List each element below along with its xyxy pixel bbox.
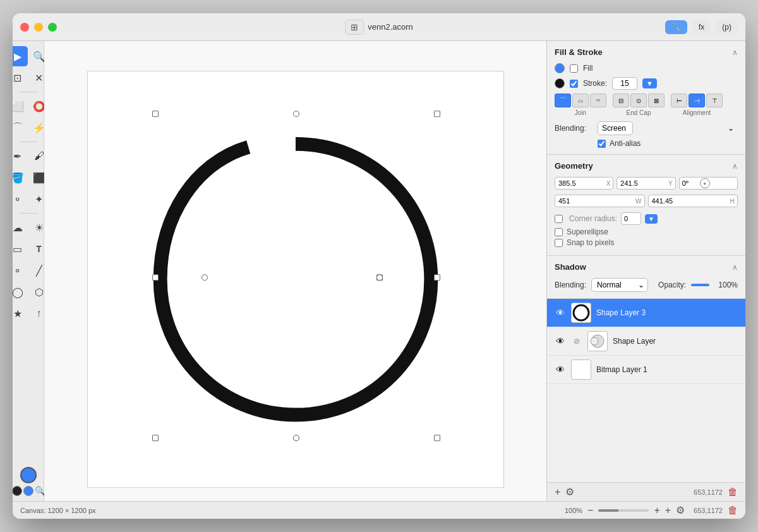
select-tool[interactable]: ▶ xyxy=(13,46,28,66)
p-button[interactable]: (p) xyxy=(716,20,738,34)
zoom-slider[interactable] xyxy=(598,509,649,512)
layer-1-eye-icon[interactable]: 👁 xyxy=(555,365,566,375)
bezier-handle-left[interactable] xyxy=(202,274,208,281)
x-input[interactable] xyxy=(555,178,604,189)
rotation-input-group: ● xyxy=(679,177,738,190)
layer-2-mask-icon[interactable]: ⊘ xyxy=(571,337,582,346)
anti-alias-checkbox[interactable] xyxy=(598,140,606,148)
layer-item-2[interactable]: 👁 ⊘ Shape Layer xyxy=(547,327,745,356)
handle-bottomleft[interactable] xyxy=(152,435,159,441)
fill-checkbox[interactable] xyxy=(570,64,578,73)
stroke-color-dot[interactable] xyxy=(555,78,565,88)
add-layer-status-btn[interactable]: + xyxy=(665,505,671,516)
ellipse-shape-tool[interactable]: ◯ xyxy=(13,282,28,302)
endcap-icons: ⊟ ⊙ ⊠ xyxy=(613,94,665,107)
handle-top[interactable] xyxy=(293,111,299,117)
rotation-dial[interactable]: ● xyxy=(700,178,710,188)
alignment-group: ⊢ ⊣ ⊤ Alignment xyxy=(671,94,723,116)
rotation-input[interactable] xyxy=(680,178,699,189)
stroke-row: Stroke: 15 ▼ xyxy=(555,77,738,90)
sidebar-toggle-button[interactable]: ⊞ xyxy=(345,20,364,35)
cloud-shape-tool[interactable]: ☁ xyxy=(13,217,28,238)
delete-status-btn[interactable]: 🗑 xyxy=(728,505,738,516)
align-inside-btn[interactable]: ⊢ xyxy=(671,94,687,107)
endcap-butt-btn[interactable]: ⊟ xyxy=(613,94,629,107)
rect-select-tool[interactable]: ⬜ xyxy=(13,96,28,116)
add-layer-btn[interactable]: + xyxy=(555,487,560,498)
layer-3-eye-icon[interactable]: 👁 xyxy=(555,308,566,318)
bezier-handle-right[interactable] xyxy=(376,274,383,281)
lasso-tool[interactable]: ⌒ xyxy=(13,118,28,138)
geometry-collapse[interactable]: ∧ xyxy=(732,162,738,171)
geometry-title: Geometry xyxy=(555,161,593,171)
h-input[interactable] xyxy=(649,195,728,207)
handle-topright[interactable] xyxy=(434,111,440,117)
maximize-button[interactable] xyxy=(48,23,57,32)
foreground-color[interactable] xyxy=(20,467,37,483)
zoom-minus-btn[interactable]: − xyxy=(587,505,593,516)
handle-topleft[interactable] xyxy=(152,111,159,117)
layer-item-1[interactable]: 👁 Bitmap Layer 1 xyxy=(547,356,745,384)
close-button[interactable] xyxy=(20,23,29,32)
stroke-options-row: ⌒ ⌓ ⌔ Join ⊟ ⊙ ⊠ End Cap xyxy=(555,94,738,116)
stroke-checkbox[interactable] xyxy=(570,80,578,88)
separator-2 xyxy=(19,142,38,142)
fill-color-dot[interactable] xyxy=(555,63,565,73)
join-miter-btn[interactable]: ⌒ xyxy=(555,94,571,107)
color-zoom[interactable]: 🔍 xyxy=(35,486,45,496)
shadow-blending-select[interactable]: Normal Screen Multiply xyxy=(591,278,648,292)
snap-pixels-checkbox[interactable] xyxy=(555,239,563,247)
tool-row-11: ◯ ⬡ xyxy=(13,282,49,302)
blue-color[interactable] xyxy=(23,486,33,496)
y-input[interactable] xyxy=(617,178,666,189)
rect-shape-tool[interactable]: ▭ xyxy=(13,239,28,259)
opacity-slider[interactable] xyxy=(691,284,709,286)
join-bevel-btn[interactable]: ⌔ xyxy=(590,94,606,107)
shadow-collapse[interactable]: ∧ xyxy=(732,263,738,272)
fx-button[interactable]: fx xyxy=(692,20,711,34)
superellipse-checkbox[interactable] xyxy=(555,228,563,236)
blending-label: Blending: xyxy=(555,124,593,133)
settings-status-btn[interactable]: ⚙ xyxy=(676,504,685,516)
crop-tool[interactable]: ⊡ xyxy=(13,68,28,88)
x-label: X xyxy=(604,180,613,187)
corner-radius-checkbox[interactable] xyxy=(555,215,563,223)
stroke-value[interactable]: 15 xyxy=(612,77,637,90)
corner-radius-dropdown[interactable]: ▼ xyxy=(645,214,658,224)
canvas-container xyxy=(87,71,504,488)
endcap-round-btn[interactable]: ⊙ xyxy=(630,94,647,107)
statusbar: Canvas: 1200 × 1200 px 100% − + + ⚙ 653,… xyxy=(13,501,745,519)
handle-bottomright[interactable] xyxy=(434,435,440,441)
corner-radius-input[interactable] xyxy=(622,213,641,224)
bezier-handle-bottom[interactable] xyxy=(293,435,299,441)
tool-row-8: ☁ ☀ xyxy=(13,217,49,238)
geometry-header: Geometry ∧ xyxy=(555,161,738,171)
blending-select[interactable]: Screen Normal Multiply Overlay xyxy=(598,121,633,135)
layer-2-eye-icon[interactable]: 👁 xyxy=(555,336,566,346)
clone-tool[interactable]: ⚬ xyxy=(13,189,28,209)
bezier-tool[interactable]: ⚬ xyxy=(13,260,28,281)
w-input[interactable] xyxy=(555,195,633,207)
zoom-plus-btn[interactable]: + xyxy=(654,505,659,516)
black-color[interactable] xyxy=(13,486,22,496)
fill-tool[interactable]: 🪣 xyxy=(13,167,28,188)
opacity-value: 100% xyxy=(718,281,738,289)
handle-left[interactable] xyxy=(152,274,159,281)
align-center-btn[interactable]: ⊣ xyxy=(689,94,705,107)
fill-stroke-collapse[interactable]: ∧ xyxy=(732,48,738,57)
delete-layer-btn[interactable]: 🗑 xyxy=(728,487,738,498)
layer-settings-btn[interactable]: ⚙ xyxy=(565,486,574,498)
stroke-dropdown-btn[interactable]: ▼ xyxy=(642,78,657,88)
handle-right[interactable] xyxy=(434,274,440,281)
align-outside-btn[interactable]: ⊤ xyxy=(706,94,723,107)
join-round-btn[interactable]: ⌓ xyxy=(572,94,589,107)
pen-tool[interactable]: ✒ xyxy=(13,146,28,166)
tools-panel-button[interactable]: 🔧 xyxy=(665,20,687,34)
canvas-area[interactable] xyxy=(44,41,546,501)
y-input-group: Y xyxy=(617,177,675,190)
endcap-square-btn[interactable]: ⊠ xyxy=(648,94,665,107)
layer-item-3[interactable]: 👁 Shape Layer 3 xyxy=(547,299,745,327)
svg-point-1 xyxy=(591,337,598,345)
minimize-button[interactable] xyxy=(34,23,43,32)
star-tool[interactable]: ★ xyxy=(13,303,28,323)
